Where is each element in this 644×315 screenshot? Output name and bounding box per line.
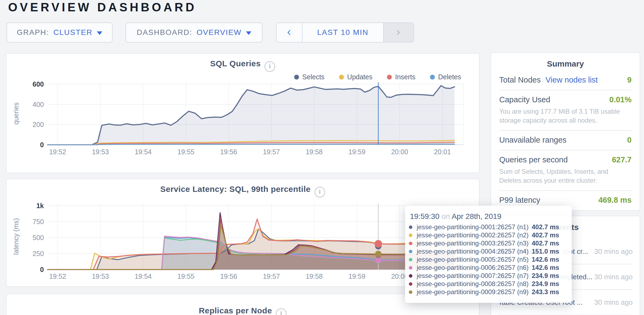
tooltip-date: Apr 28th, 2019 (452, 212, 501, 221)
page-title: OVERVIEW DASHBOARD (8, 1, 197, 14)
tooltip-series-dot-icon (409, 290, 412, 294)
unavailable-ranges-label: Unavailable ranges (499, 136, 566, 145)
legend-item-selects[interactable]: Selects (294, 73, 324, 81)
tooltip-node-name: jesse-geo-partitioning-0005:26257 (n5) (417, 256, 532, 263)
tooltip-node-value: 234.9 ms (532, 272, 559, 280)
tooltip-series-dot-icon (409, 242, 412, 245)
tooltip-node-value: 142.6 ms (532, 256, 559, 263)
sql-queries-title: SQL Queries (210, 59, 261, 68)
tooltip-node-value: 142.6 ms (532, 264, 559, 271)
tooltip-node-name: jesse-geo-partitioning-0002:26257 (n2) (417, 231, 532, 239)
qps-label: Queries per second (499, 155, 568, 164)
x-axis-tick: 19:55 (178, 273, 195, 280)
chevron-right-icon: › (396, 26, 400, 38)
tooltip-node-name: jesse-geo-partitioning-0009:26257 (n9) (417, 288, 532, 296)
capacity-used-value: 0.01% (609, 95, 632, 104)
tooltip-row: jesse-geo-partitioning-0003:26257 (n3)40… (409, 239, 572, 247)
x-axis-tick: 19:56 (220, 148, 237, 156)
sql-queries-legend: SelectsUpdatesInsertsDeletes (294, 73, 461, 81)
legend-dot-icon (339, 75, 344, 80)
crosshair-dot (375, 251, 382, 257)
x-axis-tick: 19:52 (49, 273, 66, 280)
tooltip-row: jesse-geo-partitioning-0004:26257 (n4)15… (409, 247, 572, 255)
p99-latency-label: P99 latency (499, 196, 540, 205)
event-time: 30 mins ago (592, 247, 633, 256)
info-icon[interactable]: i (264, 61, 275, 72)
tooltip-node-value: 402.7 ms (532, 239, 559, 247)
total-nodes-value: 9 (627, 76, 632, 84)
dashboard-dropdown-value: OVERVIEW (196, 28, 241, 37)
tooltip-row: jesse-geo-partitioning-0008:26257 (n8)23… (409, 280, 572, 288)
unavailable-ranges-value: 0 (627, 136, 632, 145)
graph-dropdown[interactable]: GRAPH: CLUSTER (6, 22, 113, 42)
dashboard-dropdown-label: DASHBOARD: (137, 28, 192, 37)
y-axis-tick: 200 (32, 121, 44, 128)
capacity-used-description: You are using 177.7 MiB of 3.1 TiB usabl… (499, 107, 632, 125)
tooltip-time: 19:59:30 (410, 212, 439, 221)
x-axis-tick: 20:00 (391, 148, 408, 156)
tooltip-node-name: jesse-geo-partitioning-0001:26257 (n1) (417, 223, 532, 231)
legend-item-updates[interactable]: Updates (339, 73, 372, 81)
summary-row-qps: Queries per second 627.7 (499, 155, 632, 164)
chevron-left-icon: ‹ (287, 25, 292, 38)
x-axis-tick: 19:55 (178, 148, 195, 156)
tooltip-node-value: 151.0 ms (532, 248, 559, 255)
view-nodes-list-link[interactable]: View nodes list (546, 76, 598, 84)
y-axis-tick: 0 (40, 141, 44, 149)
time-window-value[interactable]: LAST 10 MIN (303, 23, 383, 42)
info-icon[interactable]: i (314, 187, 325, 198)
crosshair-dot (374, 240, 382, 248)
x-axis-tick: 19:53 (92, 273, 109, 280)
tooltip-series-dot-icon (409, 234, 412, 237)
tooltip-preposition: on (442, 212, 450, 221)
tooltip-series-dot-icon (409, 225, 412, 229)
tooltip-row: jesse-geo-partitioning-0005:26257 (n5)14… (409, 255, 572, 264)
x-axis-tick: 19:59 (349, 148, 366, 156)
y-axis-title: queries (12, 103, 20, 125)
tooltip-row: jesse-geo-partitioning-0006:26257 (n6)14… (409, 264, 572, 272)
legend-dot-icon (294, 75, 299, 80)
divider (499, 190, 632, 191)
tooltip-node-value: 243.3 ms (532, 288, 559, 296)
tooltip-series-dot-icon (409, 274, 412, 278)
summary-row-p99-latency: P99 latency 469.8 ms (499, 196, 632, 205)
y-axis-tick: 750 (32, 218, 44, 225)
time-window-prev-button[interactable]: ‹ (277, 23, 303, 42)
y-axis-tick: 600 (32, 80, 44, 88)
y-axis-title: latency (ms) (12, 218, 20, 255)
tooltip-rows: jesse-geo-partitioning-0001:26257 (n1)40… (409, 223, 572, 296)
tooltip-row: jesse-geo-partitioning-0001:26257 (n1)40… (409, 223, 572, 231)
sql-queries-card: SQL Queriesi SelectsUpdatesInsertsDelete… (6, 53, 479, 173)
tooltip-node-name: jesse-geo-partitioning-0008:26257 (n8) (417, 280, 532, 288)
graph-dropdown-label: GRAPH: (17, 28, 49, 37)
dashboard-dropdown[interactable]: DASHBOARD: OVERVIEW (126, 22, 262, 42)
legend-item-inserts[interactable]: Inserts (387, 73, 415, 81)
x-axis-tick: 19:52 (49, 148, 66, 156)
legend-label: Updates (347, 73, 372, 81)
event-time: 30 mins ago (592, 298, 633, 307)
tooltip-series-dot-icon (409, 282, 412, 286)
capacity-used-label: Capacity Used (499, 95, 550, 104)
divider (499, 150, 632, 150)
legend-label: Deletes (438, 73, 461, 81)
legend-dot-icon (387, 75, 392, 80)
tooltip-series-dot-icon (409, 266, 412, 270)
summary-row-capacity: Capacity Used 0.01% (499, 95, 632, 104)
y-axis-tick: 250 (32, 250, 44, 257)
total-nodes-label: Total Nodes (499, 76, 541, 84)
tooltip-timestamp: 19:59:30 on Apr 28th, 2019 (409, 212, 572, 221)
summary-panel: Summary Total Nodes View nodes list 9 Ca… (491, 52, 640, 211)
summary-row-total-nodes: Total Nodes View nodes list 9 (499, 76, 632, 84)
tooltip-node-name: jesse-geo-partitioning-0006:26257 (n6) (417, 264, 532, 271)
summary-heading: Summary (499, 59, 632, 68)
tooltip-node-value: 234.9 ms (532, 280, 559, 288)
tooltip-series-dot-icon (409, 250, 412, 253)
divider (499, 130, 632, 131)
caret-down-icon (246, 31, 251, 35)
x-axis-tick: 19:57 (263, 148, 280, 156)
graph-dropdown-value: CLUSTER (53, 28, 93, 37)
qps-value: 627.7 (612, 155, 632, 164)
time-window-next-button[interactable]: › (383, 23, 413, 42)
legend-item-deletes[interactable]: Deletes (430, 73, 461, 81)
info-icon[interactable]: i (276, 308, 287, 315)
